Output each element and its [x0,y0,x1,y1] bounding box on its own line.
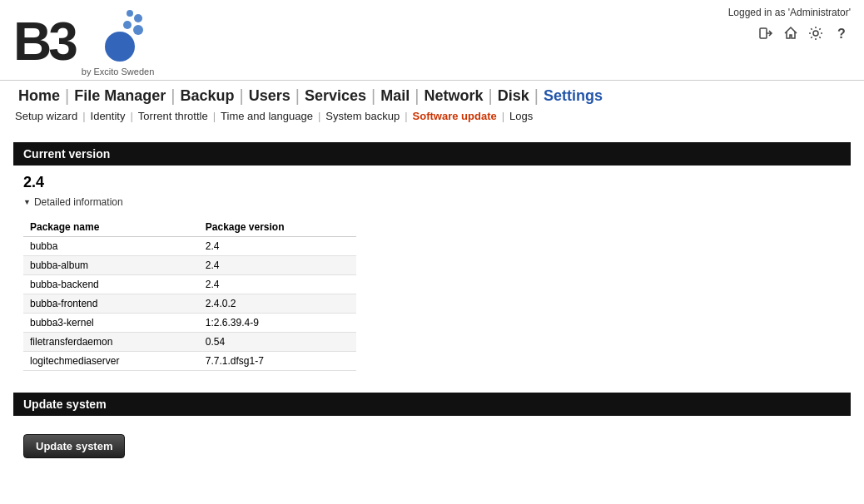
subnav-identity[interactable]: Identity [89,110,127,122]
table-row: bubba-album2.4 [23,256,356,275]
package-name-cell: bubba-backend [23,275,199,294]
update-section: Update system Update system [13,393,851,467]
header-icons: ? [756,23,851,43]
current-version-section: Current version 2.4 Detailed information… [13,142,851,379]
svg-point-4 [105,32,135,62]
gear-icon[interactable] [806,23,826,43]
table-row: bubba2.4 [23,237,356,256]
by-excito-label: by Excito Sweden [82,67,154,77]
package-name-cell: bubba-frontend [23,294,199,314]
subnav-software-update[interactable]: Software update [411,110,499,122]
package-version-cell: 2.4 [199,237,356,256]
detailed-info-label: Detailed information [34,196,123,208]
col-package-name: Package name [23,218,199,237]
logo-dots [82,7,148,65]
nav-services[interactable]: Services [300,86,371,106]
current-version-body: 2.4 Detailed information Package name Pa… [13,166,851,379]
package-table-body: bubba2.4bubba-album2.4bubba-backend2.4bu… [23,237,356,371]
svg-rect-5 [760,28,767,38]
col-package-version: Package version [199,218,356,237]
package-name-cell: bubba [23,237,199,256]
logo-graphic: by Excito Sweden [82,7,154,77]
svg-point-2 [123,21,132,29]
content: Current version 2.4 Detailed information… [0,129,864,493]
svg-point-1 [134,14,142,22]
package-version-cell: 2.4 [199,256,356,275]
package-version-cell: 7.7.1.dfsg1-7 [199,352,356,371]
header-right: Logged in as 'Administrator' ? [728,7,851,43]
sub-nav-links: Setup wizard | Identity | Torrent thrott… [13,110,851,122]
table-row: bubba-backend2.4 [23,275,356,294]
svg-point-0 [127,10,133,17]
header: B3 by Excito Sweden Logged in as 'Admini… [0,0,864,81]
update-section-header: Update system [13,393,851,416]
subnav-torrent-throttle[interactable]: Torrent throttle [137,110,210,122]
svg-text:?: ? [837,27,846,41]
logo-area: B3 by Excito Sweden [13,7,154,77]
logo-svg [82,7,148,65]
package-version-cell: 2.4 [199,275,356,294]
table-row: bubba3-kernel1:2.6.39.4-9 [23,314,356,333]
package-name-cell: bubba-album [23,256,199,275]
nav-network[interactable]: Network [419,86,488,106]
package-table: Package name Package version bubba2.4bub… [23,218,356,371]
logo-text: B3 [13,15,75,68]
nav-users[interactable]: Users [244,86,295,106]
package-name-cell: bubba3-kernel [23,314,199,333]
subnav-logs[interactable]: Logs [508,110,534,122]
subnav-time-language[interactable]: Time and language [219,110,315,122]
detailed-info-toggle[interactable]: Detailed information [23,196,841,208]
package-version-cell: 0.54 [199,333,356,352]
nav-mail[interactable]: Mail [375,86,415,106]
main-nav-links: Home | File Manager | Backup | Users | S… [13,86,851,106]
table-row: filetransferdaemon0.54 [23,333,356,352]
home-icon[interactable] [781,23,801,43]
subnav-system-backup[interactable]: System backup [324,110,401,122]
svg-point-6 [813,31,818,36]
package-version-cell: 1:2.6.39.4-9 [199,314,356,333]
version-number: 2.4 [23,174,841,191]
nav-backup[interactable]: Backup [175,86,239,106]
update-system-button[interactable]: Update system [23,434,125,458]
table-row: bubba-frontend2.4.0.2 [23,294,356,314]
nav-settings[interactable]: Settings [539,86,608,106]
current-version-header: Current version [13,142,851,166]
table-row: logitechmediaserver7.7.1.dfsg1-7 [23,352,356,371]
update-section-body: Update system [13,416,851,467]
nav-disk[interactable]: Disk [493,86,534,106]
package-name-cell: filetransferdaemon [23,333,199,352]
help-icon[interactable]: ? [831,23,851,43]
nav-file-manager[interactable]: File Manager [69,86,171,106]
main-nav: Home | File Manager | Backup | Users | S… [0,81,864,106]
logout-icon[interactable] [756,23,776,43]
subnav-setup-wizard[interactable]: Setup wizard [13,110,79,122]
package-name-cell: logitechmediaserver [23,352,199,371]
nav-home[interactable]: Home [13,86,65,106]
svg-point-3 [133,25,143,35]
package-version-cell: 2.4.0.2 [199,294,356,314]
sub-nav: Setup wizard | Identity | Torrent thrott… [0,106,864,129]
logged-in-text: Logged in as 'Administrator' [728,7,851,18]
